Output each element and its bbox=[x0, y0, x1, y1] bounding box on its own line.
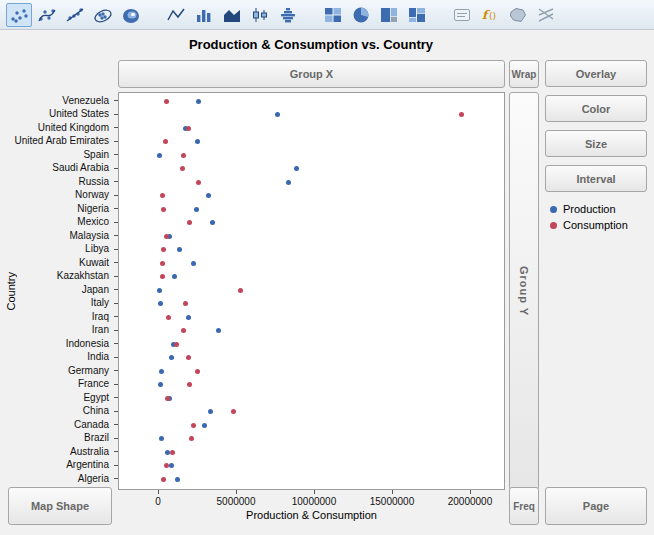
contour-icon[interactable] bbox=[118, 3, 144, 27]
point-consumption[interactable] bbox=[187, 220, 192, 225]
point-production[interactable] bbox=[159, 436, 164, 441]
y-tick-mark bbox=[114, 424, 118, 425]
x-axis-title: Production & Consumption bbox=[118, 509, 505, 521]
y-tick-mark bbox=[114, 222, 118, 223]
parallel-icon[interactable] bbox=[533, 3, 559, 27]
point-production[interactable] bbox=[275, 112, 280, 117]
point-consumption[interactable] bbox=[166, 315, 171, 320]
point-consumption[interactable] bbox=[195, 369, 200, 374]
point-consumption[interactable] bbox=[187, 382, 192, 387]
drop-zone-overlay[interactable]: Overlay bbox=[545, 60, 647, 87]
point-consumption[interactable] bbox=[181, 153, 186, 158]
points-icon[interactable] bbox=[6, 3, 32, 27]
line-of-fit-icon[interactable] bbox=[62, 3, 88, 27]
histogram-icon[interactable] bbox=[275, 3, 301, 27]
point-production[interactable] bbox=[175, 477, 180, 482]
point-consumption[interactable] bbox=[196, 180, 201, 185]
point-production[interactable] bbox=[169, 463, 174, 468]
point-production[interactable] bbox=[195, 139, 200, 144]
point-production[interactable] bbox=[294, 166, 299, 171]
area-icon[interactable] bbox=[219, 3, 245, 27]
point-consumption[interactable] bbox=[160, 193, 165, 198]
map-shapes-icon[interactable] bbox=[505, 3, 531, 27]
point-consumption[interactable] bbox=[231, 409, 236, 414]
drop-zone-color[interactable]: Color bbox=[545, 95, 647, 122]
point-production[interactable] bbox=[202, 423, 207, 428]
legend-item[interactable]: Consumption bbox=[550, 217, 628, 233]
point-consumption[interactable] bbox=[161, 477, 166, 482]
drop-zone-size[interactable]: Size bbox=[545, 130, 647, 157]
y-tick-label: Kuwait bbox=[0, 256, 109, 269]
point-production[interactable] bbox=[216, 328, 221, 333]
drop-zone-group-y[interactable]: Group Y bbox=[509, 92, 539, 490]
point-production[interactable] bbox=[210, 220, 215, 225]
point-consumption[interactable] bbox=[164, 99, 169, 104]
pie-icon[interactable] bbox=[348, 3, 374, 27]
chart-title: Production & Consumption vs. Country bbox=[0, 37, 622, 52]
point-consumption[interactable] bbox=[189, 436, 194, 441]
y-tick-label: Egypt bbox=[0, 391, 109, 404]
y-tick-label: Libya bbox=[0, 242, 109, 255]
y-tick-mark bbox=[114, 343, 118, 344]
line-icon[interactable] bbox=[163, 3, 189, 27]
point-production[interactable] bbox=[194, 207, 199, 212]
point-production[interactable] bbox=[158, 301, 163, 306]
point-production[interactable] bbox=[206, 193, 211, 198]
point-consumption[interactable] bbox=[160, 261, 165, 266]
point-consumption[interactable] bbox=[191, 423, 196, 428]
point-consumption[interactable] bbox=[186, 126, 191, 131]
point-production[interactable] bbox=[186, 315, 191, 320]
point-consumption[interactable] bbox=[183, 301, 188, 306]
point-production[interactable] bbox=[191, 261, 196, 266]
box-plot-icon[interactable] bbox=[247, 3, 273, 27]
point-production[interactable] bbox=[157, 153, 162, 158]
y-tick-mark bbox=[114, 303, 118, 304]
point-production[interactable] bbox=[159, 369, 164, 374]
legend-item[interactable]: Production bbox=[550, 201, 628, 217]
x-tick-label: 0 bbox=[155, 496, 161, 507]
point-consumption[interactable] bbox=[163, 139, 168, 144]
y-tick-label: Mexico bbox=[0, 215, 109, 228]
point-consumption[interactable] bbox=[170, 450, 175, 455]
point-consumption[interactable] bbox=[181, 328, 186, 333]
point-consumption[interactable] bbox=[238, 288, 243, 293]
y-tick-label: Kazakhstan bbox=[0, 269, 109, 282]
point-production[interactable] bbox=[286, 180, 291, 185]
point-consumption[interactable] bbox=[164, 463, 169, 468]
y-tick-mark bbox=[114, 289, 118, 290]
smoother-icon[interactable] bbox=[34, 3, 60, 27]
point-production[interactable] bbox=[172, 274, 177, 279]
point-production[interactable] bbox=[157, 288, 162, 293]
y-tick-mark bbox=[114, 451, 118, 452]
ellipse-icon[interactable] bbox=[90, 3, 116, 27]
point-production[interactable] bbox=[208, 409, 213, 414]
point-production[interactable] bbox=[196, 99, 201, 104]
point-consumption[interactable] bbox=[186, 355, 191, 360]
point-consumption[interactable] bbox=[459, 112, 464, 117]
point-consumption[interactable] bbox=[165, 396, 170, 401]
drop-zone-page[interactable]: Page bbox=[545, 487, 647, 525]
mosaic-icon[interactable] bbox=[404, 3, 430, 27]
point-consumption[interactable] bbox=[180, 166, 185, 171]
drop-zone-group-x[interactable]: Group X bbox=[118, 60, 505, 88]
heatmap-icon[interactable] bbox=[320, 3, 346, 27]
point-production[interactable] bbox=[158, 382, 163, 387]
drop-zone-interval[interactable]: Interval bbox=[545, 165, 647, 192]
point-production[interactable] bbox=[169, 355, 174, 360]
point-consumption[interactable] bbox=[174, 342, 179, 347]
bar-icon[interactable] bbox=[191, 3, 217, 27]
formula-icon[interactable]: f() bbox=[477, 3, 503, 27]
point-consumption[interactable] bbox=[161, 247, 166, 252]
drop-zone-wrap[interactable]: Wrap bbox=[509, 60, 539, 88]
y-tick-label: Russia bbox=[0, 175, 109, 188]
caption-box-icon[interactable] bbox=[449, 3, 475, 27]
drop-zone-freq[interactable]: Freq bbox=[509, 487, 539, 525]
plot-area[interactable] bbox=[118, 92, 505, 490]
point-consumption[interactable] bbox=[160, 274, 165, 279]
point-consumption[interactable] bbox=[164, 234, 169, 239]
point-production[interactable] bbox=[177, 247, 182, 252]
treemap-icon[interactable] bbox=[376, 3, 402, 27]
y-tick-label: Malaysia bbox=[0, 229, 109, 242]
point-consumption[interactable] bbox=[161, 207, 166, 212]
drop-zone-map-shape[interactable]: Map Shape bbox=[8, 487, 112, 525]
